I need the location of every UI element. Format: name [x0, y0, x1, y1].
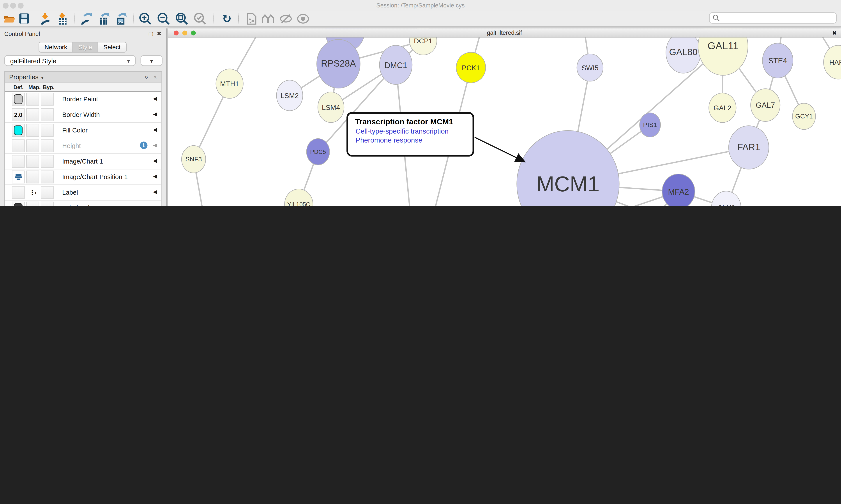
node-label: LSM2: [281, 91, 299, 100]
property-map-cell[interactable]: [26, 124, 39, 137]
property-map-cell[interactable]: [26, 170, 39, 183]
network-node-rps28a[interactable]: RPS28A: [317, 39, 360, 88]
expand-row-icon[interactable]: ◀: [153, 189, 157, 195]
close-view-icon[interactable]: ✖: [832, 30, 837, 36]
network-node-dmc1[interactable]: DMC1: [379, 45, 412, 85]
window-close-button[interactable]: [3, 3, 8, 8]
property-def-cell[interactable]: 2.0: [12, 108, 25, 121]
window-zoom-button[interactable]: [18, 3, 24, 8]
tab-style[interactable]: Style: [73, 42, 98, 53]
network-node-gal2[interactable]: GAL2: [709, 93, 736, 123]
property-map-cell[interactable]: [26, 140, 39, 152]
property-map-cell[interactable]: [26, 93, 39, 106]
property-byp-cell[interactable]: [41, 124, 54, 137]
minimize-icon[interactable]: [182, 31, 187, 35]
property-def-cell[interactable]: [12, 140, 25, 152]
search-input[interactable]: [709, 12, 837, 23]
network-node-pck1[interactable]: PCK1: [456, 52, 486, 83]
property-map-cell[interactable]: [26, 202, 39, 206]
property-def-cell[interactable]: [12, 170, 25, 183]
property-row[interactable]: Border Paint◀: [5, 92, 161, 107]
property-def-cell[interactable]: [12, 124, 25, 137]
tab-network[interactable]: Network: [38, 42, 73, 53]
tab-select[interactable]: Select: [98, 42, 127, 53]
property-byp-cell[interactable]: [41, 186, 54, 199]
toolbar-separator: [133, 13, 133, 24]
network-node-ste4[interactable]: STE4: [762, 43, 793, 78]
import-network-icon[interactable]: [38, 12, 53, 24]
property-def-cell[interactable]: [12, 93, 25, 106]
open-session-icon[interactable]: [2, 12, 16, 24]
network-node-far1[interactable]: FAR1: [729, 125, 769, 169]
network-window-titlebar[interactable]: galFiltered.sif ✖: [168, 29, 841, 38]
property-byp-cell[interactable]: [41, 140, 54, 152]
property-row[interactable]: 2.0Border Width◀: [5, 107, 161, 123]
annotation-link[interactable]: Cell-type-specific transcription: [356, 127, 472, 135]
expand-row-icon[interactable]: ◀: [153, 95, 157, 101]
zoom-selected-icon[interactable]: [193, 12, 207, 24]
zoom-icon[interactable]: [191, 31, 196, 35]
float-panel-icon[interactable]: ▢: [148, 31, 153, 36]
style-selector[interactable]: galFiltered Style ▼: [4, 55, 136, 66]
annotation-box[interactable]: Transcription factor MCM1 Cell-type-spec…: [346, 112, 474, 157]
property-def-cell[interactable]: [12, 202, 25, 206]
expand-row-icon[interactable]: ◀: [153, 142, 157, 148]
property-def-cell[interactable]: [12, 186, 25, 199]
window-minimize-button[interactable]: [10, 3, 16, 8]
info-icon[interactable]: i: [140, 142, 147, 149]
style-options-button[interactable]: ▼: [141, 55, 162, 66]
property-row[interactable]: Image/Chart 1◀: [5, 154, 161, 169]
export-network-icon[interactable]: [79, 12, 93, 24]
save-session-icon[interactable]: [17, 12, 31, 24]
property-label: Image/Chart Position 1: [62, 173, 128, 181]
network-node-lsm2[interactable]: LSM2: [276, 80, 303, 111]
toolbar-separator: [238, 13, 238, 24]
show-details-icon[interactable]: [296, 12, 310, 24]
network-node-pdc5[interactable]: PDC5: [306, 138, 330, 165]
property-map-cell[interactable]: ⋮›: [26, 186, 39, 199]
import-table-icon[interactable]: [56, 12, 70, 24]
network-node-lsm4[interactable]: LSM4: [318, 92, 344, 123]
refresh-icon[interactable]: ↻: [220, 12, 234, 24]
property-byp-cell[interactable]: [41, 170, 54, 183]
expand-row-icon[interactable]: ◀: [153, 158, 157, 164]
close-icon[interactable]: [174, 31, 179, 35]
network-node-snf3[interactable]: SNF3: [181, 145, 206, 173]
property-def-cell[interactable]: [12, 155, 25, 168]
expand-row-icon[interactable]: ◀: [153, 173, 157, 179]
hide-details-icon[interactable]: [279, 12, 293, 24]
property-byp-cell[interactable]: [41, 108, 54, 121]
expand-row-icon[interactable]: ◀: [153, 204, 157, 206]
export-image-icon[interactable]: [115, 12, 129, 24]
annotation-link[interactable]: Pheromone response: [356, 136, 472, 144]
network-node-mth1[interactable]: MTH1: [215, 69, 243, 98]
close-panel-icon[interactable]: ✖: [157, 31, 162, 36]
property-map-cell[interactable]: [26, 155, 39, 168]
property-byp-cell[interactable]: [41, 155, 54, 168]
zoom-out-icon[interactable]: [157, 12, 171, 24]
network-node-pis1[interactable]: PIS1: [639, 112, 661, 137]
property-label: Fill Color: [62, 127, 88, 134]
zoom-in-icon[interactable]: [139, 12, 153, 24]
properties-header[interactable]: Properties ▼ » «: [5, 72, 161, 83]
property-row[interactable]: ⋮›Label◀: [5, 185, 161, 201]
expand-row-icon[interactable]: ◀: [153, 127, 157, 132]
collapse-all-icon[interactable]: «: [152, 75, 159, 79]
property-row[interactable]: Fill Color◀: [5, 123, 161, 138]
network-node-gal80[interactable]: GAL80: [666, 32, 701, 73]
new-network-icon[interactable]: [245, 12, 258, 24]
expand-all-icon[interactable]: »: [144, 75, 150, 79]
zoom-fit-icon[interactable]: [175, 12, 189, 24]
expand-row-icon[interactable]: ◀: [153, 111, 157, 117]
property-row[interactable]: Image/Chart Position 1◀: [5, 169, 161, 185]
property-byp-cell[interactable]: [41, 202, 54, 206]
property-byp-cell[interactable]: [41, 93, 54, 106]
network-node-swi5[interactable]: SWI5: [577, 54, 603, 82]
property-row[interactable]: Label Color◀: [5, 201, 161, 206]
property-map-cell[interactable]: [26, 108, 39, 121]
group-nodes-icon[interactable]: [262, 12, 276, 24]
network-node-gcy1[interactable]: GCY1: [792, 103, 816, 130]
export-table-icon[interactable]: [98, 12, 112, 24]
property-row[interactable]: Heighti◀: [5, 138, 161, 154]
network-node-gal7[interactable]: GAL7: [750, 88, 780, 122]
